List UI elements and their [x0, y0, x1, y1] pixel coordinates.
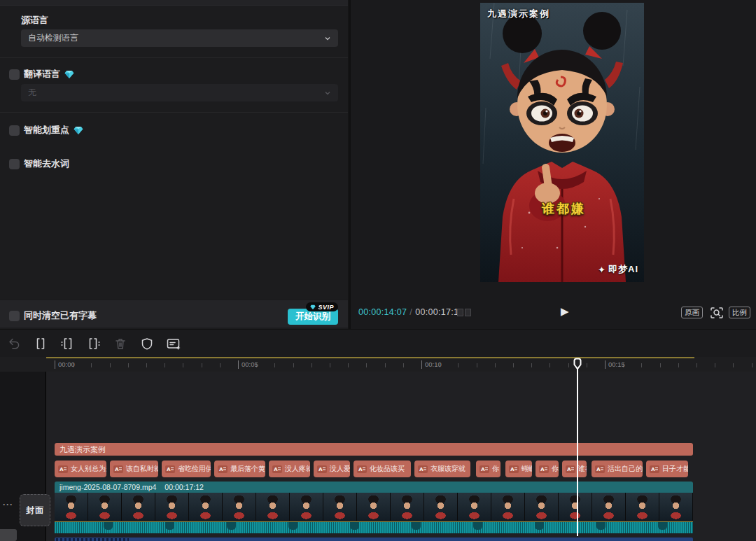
waveform-dip	[350, 522, 359, 530]
video-thumbnail	[155, 493, 189, 521]
split-keep-left-icon[interactable]	[59, 335, 76, 352]
vip-diamond-icon	[74, 126, 83, 135]
text-clip-icon: A	[58, 465, 68, 473]
video-clip-header[interactable]: jimeng-2025-08-07-8709.mp4 00:00:17:12	[55, 482, 693, 493]
play-button[interactable]: ▶	[561, 305, 569, 318]
video-clip-filmstrip[interactable]	[55, 493, 693, 521]
text-clip-icon: A	[357, 465, 367, 473]
text-clip-icon: A	[539, 465, 549, 473]
subtitle-clip[interactable]: A衣服该穿就	[414, 461, 470, 477]
fullscreen-zoom-icon[interactable]	[710, 307, 724, 319]
text-clip-icon: A	[165, 465, 175, 473]
waveform-dip	[227, 522, 236, 530]
subtitle-clip[interactable]: A最后落个黄脸	[214, 461, 265, 477]
video-thumbnail	[357, 493, 391, 521]
translate-language-checkbox[interactable]	[9, 69, 20, 80]
source-language-select[interactable]: 自动检测语言	[21, 29, 338, 47]
remove-filler-row: 智能去水词	[9, 157, 69, 170]
delete-icon[interactable]	[112, 335, 129, 352]
video-caption: 谁都嫌	[542, 200, 586, 217]
split-icon[interactable]	[32, 335, 49, 352]
text-clip-icon: A	[418, 465, 428, 473]
cover-button[interactable]: 封面	[20, 494, 50, 526]
video-thumbnail	[88, 493, 122, 521]
title-clip[interactable]: 九遇演示案例	[55, 443, 693, 456]
smart-highlight-checkbox[interactable]	[9, 125, 20, 136]
video-thumbnail	[659, 493, 693, 521]
undo-icon[interactable]	[6, 335, 22, 352]
subtitle-clip[interactable]: A谁都	[562, 461, 587, 477]
video-thumbnail	[223, 493, 256, 521]
subtitle-clip[interactable]: A你	[536, 461, 559, 477]
track-handle[interactable]	[0, 529, 17, 541]
music-clip[interactable]	[55, 538, 693, 541]
video-thumbnail	[122, 493, 155, 521]
translate-language-value: 无	[28, 87, 36, 99]
video-thumbnail	[55, 493, 88, 521]
video-thumbnail	[424, 493, 458, 521]
audio-waveform[interactable]	[55, 521, 693, 533]
playhead[interactable]	[573, 358, 582, 371]
grid-icon	[457, 309, 471, 316]
subtitle-clip[interactable]: A没人疼就	[269, 461, 310, 477]
chevron-down-icon	[324, 90, 331, 97]
text-clip-icon: A	[509, 465, 519, 473]
video-overlay-title: 九遇演示案例	[487, 8, 550, 20]
clear-subtitles-checkbox[interactable]	[9, 311, 20, 321]
track-gutter: ··· 封面	[0, 372, 46, 541]
video-thumbnail	[458, 493, 491, 521]
source-language-label: 源语言	[21, 14, 48, 27]
timeline-ruler[interactable]: 00:00 00:05 00:10 00:15	[0, 357, 756, 372]
waveform-dip	[104, 522, 113, 530]
subtitle-clip[interactable]: A省吃俭用供全	[162, 461, 211, 477]
subtitle-recognition-panel: 源语言 自动检测语言 翻译语言 无 智能划重点	[0, 0, 348, 329]
video-frame-art	[480, 3, 644, 282]
translate-language-select[interactable]: 无	[21, 84, 338, 101]
subtitle-clip[interactable]: A你	[476, 461, 500, 477]
video-clip-duration: 00:00:17:12	[164, 482, 203, 493]
waveform-dip	[288, 522, 298, 530]
video-thumbnail	[256, 493, 290, 521]
subtitle-clip[interactable]: A该自私时就	[110, 461, 158, 477]
ratio-button[interactable]: 比例	[729, 307, 750, 318]
clear-subtitles-row: 同时清空已有字幕	[9, 309, 97, 322]
video-thumbnail	[323, 493, 357, 521]
video-thumbnail	[592, 493, 626, 521]
svip-diamond-icon	[310, 304, 316, 310]
split-keep-right-icon[interactable]	[85, 335, 102, 352]
watermark-star-icon: ✦	[598, 265, 606, 275]
text-clip-icon: A	[566, 465, 575, 473]
text-clip-icon: A	[650, 465, 659, 473]
text-clip-icon: A	[218, 465, 227, 473]
smart-highlight-row: 智能划重点	[9, 124, 83, 136]
divider	[0, 112, 348, 113]
subtitle-clip[interactable]: A活出自己的样	[592, 461, 643, 477]
ruler-tick: 00:05	[238, 360, 258, 369]
ruler-tick: 00:10	[421, 360, 442, 369]
subtitle-clip[interactable]: A日子才能更	[646, 461, 688, 477]
video-thumbnail	[559, 493, 592, 521]
translate-language-row: 翻译语言	[9, 68, 74, 80]
video-thumbnail	[189, 493, 223, 521]
original-quality-button[interactable]: 原画	[681, 307, 703, 318]
subtitle-clip[interactable]: A女人别总为别	[55, 461, 106, 477]
text-clip-icon: A	[317, 465, 327, 473]
waveform-dip	[596, 522, 606, 530]
subtitle-clip[interactable]: A没人爱	[314, 461, 350, 477]
timeline-toolbar	[0, 329, 756, 357]
video-thumbnail	[391, 493, 424, 521]
remove-filler-label: 智能去水词	[24, 157, 69, 170]
subtitle-clip[interactable]: A化妆品该买	[354, 461, 411, 477]
watermark-text: 即梦AI	[608, 263, 638, 276]
mask-shield-icon[interactable]	[139, 335, 155, 352]
ruler-minor-ticks	[55, 363, 755, 367]
source-language-value: 自动检测语言	[28, 32, 78, 44]
text-clip-icon: A	[272, 465, 282, 473]
waveform-dip	[535, 522, 544, 530]
timeline-tracks: ··· 封面 九遇演示案例 A女人别总为别 A该自私时就 A省吃俭用供全 A最后…	[0, 372, 756, 541]
remove-filler-checkbox[interactable]	[9, 159, 20, 169]
waveform-dip	[412, 522, 421, 530]
more-icon[interactable]: ···	[3, 500, 13, 510]
subtitle-clip[interactable]: A蝴蝶	[505, 461, 532, 477]
batch-edit-subtitles-icon[interactable]	[165, 335, 182, 352]
